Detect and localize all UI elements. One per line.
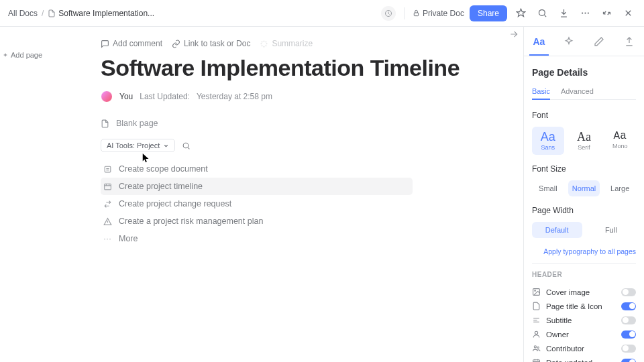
sparkle-icon (260, 40, 268, 48)
last-updated-label: Last Updated: (140, 92, 190, 101)
more-icon[interactable] (577, 5, 593, 21)
toggle-owner-label: Owner (546, 330, 569, 339)
contributor-icon (532, 344, 541, 353)
breadcrumb-current[interactable]: Software Implementation... (48, 9, 154, 18)
more-dots-icon: ··· (103, 235, 112, 243)
font-label: Font (532, 111, 636, 120)
breadcrumb-root[interactable]: All Docs (8, 9, 38, 18)
panel-title: Page Details (532, 67, 636, 78)
svg-point-9 (535, 290, 536, 292)
svg-point-10 (535, 331, 537, 334)
toggle-title[interactable] (621, 302, 636, 310)
title-icon (532, 302, 541, 310)
lock-icon (413, 9, 420, 17)
search-icon[interactable] (182, 141, 191, 150)
doc-icon (48, 9, 56, 17)
svg-point-12 (537, 347, 539, 348)
toggle-subtitle-label: Subtitle (546, 316, 572, 324)
toggle-contributor-label: Contributor (546, 345, 584, 353)
header-section-label: Header (532, 271, 636, 278)
svg-rect-0 (414, 13, 418, 16)
date-icon (532, 358, 541, 362)
tab-advanced[interactable]: Advanced (561, 87, 594, 99)
pagewidth-label: Page Width (532, 206, 636, 215)
font-serif[interactable]: Aa Serif (568, 127, 600, 155)
side-tab-typography[interactable]: Aa (524, 27, 554, 56)
svg-point-2 (582, 12, 583, 13)
cursor-pointer (142, 154, 150, 166)
side-tab-export[interactable] (614, 27, 644, 56)
toggle-subtitle[interactable] (621, 316, 636, 324)
tool-scope[interactable]: Create scope document (101, 160, 523, 178)
side-tab-ai[interactable] (554, 27, 584, 56)
collapse-icon[interactable] (598, 5, 614, 21)
toggle-contributor[interactable] (621, 345, 636, 353)
svg-point-1 (539, 10, 545, 16)
download-icon[interactable] (555, 5, 572, 21)
share-button[interactable]: Share (470, 5, 507, 21)
toggle-date-label: Date updated (546, 359, 592, 363)
risk-icon (103, 217, 112, 226)
toggle-cover[interactable] (621, 288, 636, 296)
toggle-owner[interactable] (621, 330, 636, 339)
owner-icon (532, 330, 541, 339)
fontsize-label: Font Size (532, 164, 636, 174)
summarize-button[interactable]: Summarize (260, 39, 313, 48)
change-icon (103, 200, 112, 208)
svg-point-11 (534, 346, 536, 348)
font-mono[interactable]: Aa Mono (604, 127, 636, 155)
chevron-down-icon (163, 143, 169, 149)
toggle-date[interactable] (621, 359, 636, 363)
svg-point-4 (587, 12, 588, 13)
svg-point-3 (584, 12, 586, 13)
subtitle-icon (532, 316, 541, 324)
doc-title[interactable]: Software Implementation Timeline (101, 55, 523, 81)
font-sans[interactable]: Aa Sans (532, 127, 564, 155)
history-icon[interactable] (381, 6, 396, 21)
tool-more[interactable]: ··· More (101, 230, 523, 247)
tool-timeline[interactable]: Create project timeline (101, 178, 413, 195)
search-icon[interactable] (534, 5, 550, 21)
svg-rect-7 (105, 184, 111, 190)
toggle-cover-label: Cover image (546, 288, 590, 296)
apply-typography-link[interactable]: Apply typography to all pages (532, 247, 636, 255)
author-you: You (119, 92, 133, 101)
breadcrumb-separator: / (42, 9, 44, 18)
tab-basic[interactable]: Basic (532, 87, 550, 99)
page-icon (101, 119, 109, 128)
timeline-icon (103, 182, 112, 191)
comment-icon (101, 40, 109, 48)
tool-change[interactable]: Create project change request (101, 195, 523, 213)
fontsize-normal[interactable]: Normal (568, 180, 600, 196)
link-icon (172, 40, 180, 48)
side-tab-edit[interactable] (584, 27, 614, 56)
svg-rect-6 (105, 166, 111, 172)
pagewidth-full[interactable]: Full (586, 222, 637, 238)
add-comment-button[interactable]: Add comment (101, 39, 162, 48)
tool-risk[interactable]: Create a project risk management plan (101, 213, 523, 230)
last-updated-value: Yesterday at 2:58 pm (197, 92, 272, 101)
ai-tools-chip[interactable]: AI Tools: Project (101, 139, 175, 152)
avatar (101, 90, 113, 103)
link-task-button[interactable]: Link to task or Doc (172, 39, 250, 48)
pagewidth-default[interactable]: Default (532, 222, 582, 238)
fontsize-large[interactable]: Large (604, 180, 636, 196)
private-doc[interactable]: Private Doc (413, 9, 464, 18)
close-icon[interactable] (620, 5, 636, 21)
toggle-title-label: Page title & Icon (546, 302, 602, 310)
star-icon[interactable] (513, 5, 529, 21)
svg-point-5 (183, 143, 189, 148)
fontsize-small[interactable]: Small (532, 180, 564, 196)
blank-page-button[interactable]: Blank page (101, 119, 523, 128)
scope-icon (103, 165, 112, 174)
expand-toolrow-icon[interactable] (504, 27, 523, 39)
image-icon (532, 288, 541, 296)
